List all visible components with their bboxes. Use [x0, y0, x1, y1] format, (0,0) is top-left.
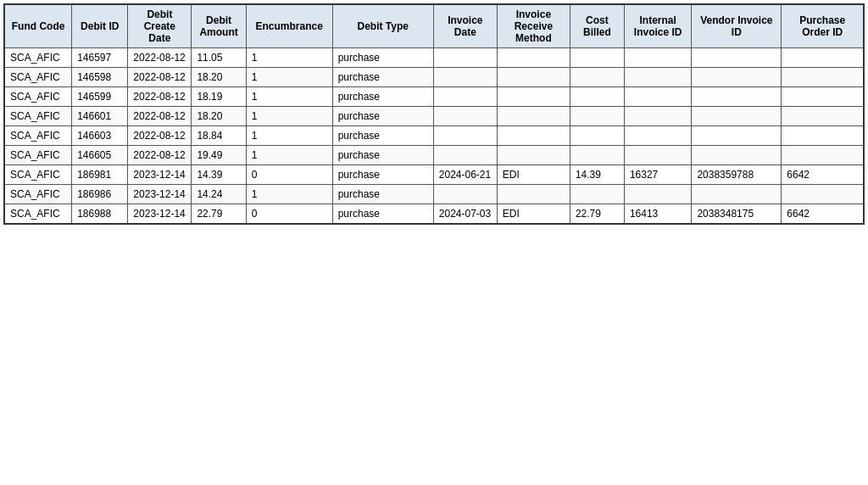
cell-purchase_order_id [782, 87, 864, 107]
cell-internal_invoice_id [624, 107, 691, 126]
cell-internal_invoice_id [624, 68, 691, 87]
cell-fund_code: SCA_AFIC [4, 146, 72, 165]
cell-debit_type: purchase [332, 185, 433, 204]
cell-invoice_date: 2024-07-03 [433, 204, 497, 225]
cell-debit_amount: 14.39 [192, 165, 246, 185]
cell-debit_amount: 22.79 [192, 204, 246, 225]
col-header-purchase_order_id: Purchase Order ID [782, 4, 864, 48]
table-header-row: Fund CodeDebit IDDebit Create DateDebit … [4, 4, 864, 48]
cell-internal_invoice_id: 16327 [624, 165, 691, 185]
cell-vendor_invoice_id [692, 48, 782, 68]
cell-fund_code: SCA_AFIC [4, 87, 72, 107]
cell-debit_amount: 18.20 [192, 68, 246, 87]
cell-invoice_date [433, 146, 497, 165]
cell-invoice_receive_method [497, 146, 570, 165]
cell-invoice_receive_method: EDI [497, 165, 570, 185]
cell-vendor_invoice_id [692, 126, 782, 146]
cell-fund_code: SCA_AFIC [4, 185, 72, 204]
col-header-debit_type: Debit Type [332, 4, 433, 48]
table-row: SCA_AFIC1465972022-08-1211.051purchase [4, 48, 864, 68]
col-header-cost_billed: Cost Billed [570, 4, 624, 48]
cell-debit_type: purchase [332, 68, 433, 87]
cell-cost_billed [570, 126, 624, 146]
cell-debit_create_date: 2023-12-14 [128, 185, 192, 204]
cell-debit_create_date: 2023-12-14 [128, 165, 192, 185]
cell-debit_id: 146597 [72, 48, 128, 68]
cell-internal_invoice_id [624, 87, 691, 107]
cell-encumbrance: 1 [246, 107, 332, 126]
cell-debit_create_date: 2022-08-12 [128, 146, 192, 165]
col-header-internal_invoice_id: Internal Invoice ID [624, 4, 691, 48]
cell-purchase_order_id [782, 48, 864, 68]
table-body: SCA_AFIC1465972022-08-1211.051purchaseSC… [4, 48, 864, 225]
table-row: SCA_AFIC1465992022-08-1218.191purchase [4, 87, 864, 107]
cell-debit_create_date: 2023-12-14 [128, 204, 192, 225]
cell-purchase_order_id [782, 185, 864, 204]
cell-invoice_receive_method [497, 48, 570, 68]
cell-purchase_order_id [782, 68, 864, 87]
cell-cost_billed: 14.39 [570, 165, 624, 185]
cell-cost_billed [570, 48, 624, 68]
cell-invoice_date [433, 87, 497, 107]
cell-debit_id: 186988 [72, 204, 128, 225]
cell-purchase_order_id [782, 107, 864, 126]
cell-debit_type: purchase [332, 126, 433, 146]
cell-invoice_date [433, 68, 497, 87]
cell-debit_id: 146603 [72, 126, 128, 146]
cell-encumbrance: 1 [246, 68, 332, 87]
cell-debit_amount: 18.20 [192, 107, 246, 126]
cell-vendor_invoice_id [692, 87, 782, 107]
cell-debit_id: 146601 [72, 107, 128, 126]
cell-encumbrance: 1 [246, 185, 332, 204]
cell-invoice_date [433, 107, 497, 126]
cell-cost_billed: 22.79 [570, 204, 624, 225]
col-header-invoice_receive_method: Invoice Receive Method [497, 4, 570, 48]
cell-vendor_invoice_id: 2038348175 [692, 204, 782, 225]
table-row: SCA_AFIC1466052022-08-1219.491purchase [4, 146, 864, 165]
cell-debit_amount: 18.19 [192, 87, 246, 107]
cell-debit_amount: 19.49 [192, 146, 246, 165]
cell-encumbrance: 0 [246, 165, 332, 185]
cell-debit_type: purchase [332, 146, 433, 165]
cell-debit_type: purchase [332, 204, 433, 225]
table-row: SCA_AFIC1466032022-08-1218.841purchase [4, 126, 864, 146]
cell-invoice_receive_method [497, 185, 570, 204]
cell-vendor_invoice_id: 2038359788 [692, 165, 782, 185]
cell-invoice_receive_method: EDI [497, 204, 570, 225]
col-header-debit_create_date: Debit Create Date [128, 4, 192, 48]
cell-vendor_invoice_id [692, 146, 782, 165]
cell-debit_create_date: 2022-08-12 [128, 87, 192, 107]
cell-encumbrance: 0 [246, 204, 332, 225]
cell-vendor_invoice_id [692, 107, 782, 126]
col-header-fund_code: Fund Code [4, 4, 72, 48]
cell-debit_type: purchase [332, 165, 433, 185]
cell-invoice_date: 2024-06-21 [433, 165, 497, 185]
cell-cost_billed [570, 146, 624, 165]
cell-debit_id: 146598 [72, 68, 128, 87]
col-header-vendor_invoice_id: Vendor Invoice ID [692, 4, 782, 48]
cell-debit_type: purchase [332, 48, 433, 68]
cell-internal_invoice_id: 16413 [624, 204, 691, 225]
cell-fund_code: SCA_AFIC [4, 48, 72, 68]
cell-debit_id: 146605 [72, 146, 128, 165]
table-row: SCA_AFIC1465982022-08-1218.201purchase [4, 68, 864, 87]
cell-fund_code: SCA_AFIC [4, 165, 72, 185]
cell-cost_billed [570, 185, 624, 204]
col-header-debit_amount: Debit Amount [192, 4, 246, 48]
cell-invoice_receive_method [497, 107, 570, 126]
cell-internal_invoice_id [624, 126, 691, 146]
table-row: SCA_AFIC1869862023-12-1414.241purchase [4, 185, 864, 204]
cell-debit_create_date: 2022-08-12 [128, 107, 192, 126]
cell-internal_invoice_id [624, 185, 691, 204]
col-header-debit_id: Debit ID [72, 4, 128, 48]
table-container: Fund CodeDebit IDDebit Create DateDebit … [3, 3, 865, 225]
col-header-invoice_date: Invoice Date [433, 4, 497, 48]
cell-invoice_date [433, 185, 497, 204]
cell-debit_amount: 18.84 [192, 126, 246, 146]
cell-encumbrance: 1 [246, 146, 332, 165]
cell-debit_amount: 11.05 [192, 48, 246, 68]
cell-invoice_date [433, 48, 497, 68]
cell-internal_invoice_id [624, 48, 691, 68]
cell-cost_billed [570, 68, 624, 87]
data-table: Fund CodeDebit IDDebit Create DateDebit … [3, 3, 865, 225]
